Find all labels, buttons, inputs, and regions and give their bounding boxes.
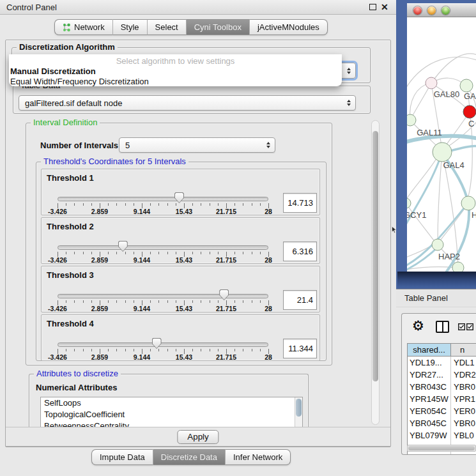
slider-track[interactable] (58, 294, 268, 298)
tick-mark (66, 252, 66, 254)
tick-mark (91, 252, 92, 254)
tab-impute-data[interactable]: Impute Data (91, 449, 153, 465)
network-node-label: GAL4 (443, 160, 464, 170)
column-header-name[interactable]: n (451, 344, 476, 356)
network-edge (443, 112, 470, 149)
network-node[interactable] (426, 77, 437, 89)
tick-mark (116, 300, 117, 303)
cell-shared-name[interactable]: YBR043C (408, 381, 451, 393)
threshold-value-field[interactable]: 6.316 (283, 242, 317, 261)
tab-discretize-data[interactable]: Discretize Data (153, 449, 226, 465)
table-row[interactable]: YBR043CYBR0 (407, 381, 476, 393)
slider-thumb[interactable] (118, 241, 128, 252)
control-panel-title: Control Panel (6, 3, 57, 12)
network-node[interactable] (463, 105, 476, 118)
cell-shared-name[interactable]: YDL19... (408, 357, 451, 369)
cell-name[interactable]: YPR1 (451, 393, 476, 405)
threshold-value-field[interactable]: 21.4 (283, 290, 317, 310)
tick-mark (252, 203, 252, 206)
tick-label: 15.43 (176, 208, 192, 215)
table-row[interactable]: YDL19...YDL1 (407, 357, 476, 369)
tick-mark (83, 252, 84, 254)
cell-shared-name[interactable]: YIL052C (408, 454, 451, 455)
slider-thumb[interactable] (152, 338, 162, 349)
apply-button[interactable]: Apply (177, 430, 219, 444)
network-node[interactable] (433, 142, 452, 162)
float-window-icon[interactable] (369, 4, 376, 10)
network-node[interactable] (407, 198, 411, 208)
zoom-traffic-light-icon[interactable] (441, 6, 450, 15)
tick-mark (150, 203, 151, 206)
algorithm-option-manual[interactable]: Manual Discretization (9, 66, 342, 76)
table-row[interactable]: YER054CYER0 (407, 405, 476, 417)
cell-name[interactable]: YER0 (451, 405, 476, 417)
cell-name[interactable]: YBR0 (451, 417, 476, 429)
table-row[interactable]: YBR045CYBR0 (407, 417, 476, 429)
network-canvas[interactable]: GAL80GAGAL11CGAL4GCY1HHAP2 (407, 17, 476, 272)
threshold-panel: Threshold 3 -3.4262.8599.14415.4321.7152… (41, 266, 320, 312)
table-hscrollbar[interactable] (407, 445, 476, 452)
table-hscrollbar-thumb[interactable] (408, 446, 475, 450)
apply-row: Apply (6, 427, 390, 447)
cell-name[interactable]: YDR2 (451, 369, 476, 381)
select-columns-icon[interactable] (458, 323, 473, 330)
tab-jactivemnodules[interactable]: jActiveMNodules (250, 19, 328, 35)
cell-name[interactable]: YDL1 (451, 357, 476, 369)
tick-mark (243, 252, 243, 254)
tab-cyni-toolbox[interactable]: Cyni Toolbox (187, 19, 250, 35)
cell-shared-name[interactable]: YBR045C (408, 417, 451, 429)
tab-network[interactable]: Network (54, 19, 113, 35)
threshold-value-field[interactable]: 11.344 (283, 339, 317, 358)
network-node[interactable] (407, 114, 416, 126)
minimize-traffic-light-icon[interactable] (427, 6, 436, 15)
network-node[interactable] (461, 196, 475, 210)
panel-scrollbar[interactable] (371, 120, 380, 425)
tick-label: 21.715 (216, 305, 236, 312)
slider-track[interactable] (58, 342, 268, 347)
cell-name[interactable]: YBL0 (451, 429, 476, 441)
close-icon[interactable]: ✕ (381, 2, 388, 12)
algorithm-option-equal-width[interactable]: Equal Width/Frequency Discretization (9, 77, 342, 86)
cell-shared-name[interactable]: YDR27... (408, 369, 451, 381)
attribute-list-item[interactable]: SelfLoops (41, 397, 302, 409)
tab-infer-network[interactable]: Infer Network (226, 449, 291, 465)
threshold-value-field[interactable]: 14.713 (283, 193, 317, 213)
tick-label: 21.715 (216, 208, 236, 215)
column-header-shared[interactable]: shared... (408, 344, 451, 356)
table-row[interactable]: YIL052CYIL0 (407, 454, 476, 455)
slider-track[interactable] (58, 197, 268, 201)
tick-mark (83, 349, 84, 351)
tick-mark (125, 349, 126, 351)
slider-thumb[interactable] (174, 192, 184, 203)
attribute-list-item[interactable]: TopologicalCoefficient (41, 409, 302, 420)
cell-name[interactable]: YIL0 (451, 454, 476, 455)
numerical-attributes-list[interactable]: SelfLoopsTopologicalCoefficientBetweenne… (40, 397, 303, 427)
cell-shared-name[interactable]: YER054C (408, 405, 451, 417)
table-row[interactable]: YBL079WYBL0 (407, 429, 476, 441)
number-of-intervals-select[interactable]: 5 (119, 137, 275, 153)
tab-style[interactable]: Style (113, 19, 148, 35)
network-node[interactable] (460, 79, 473, 92)
table-data-select[interactable]: galFiltered.sif default node (19, 95, 356, 111)
panel-scrollbar-thumb[interactable] (372, 131, 378, 381)
table-row[interactable]: YPR145WYPR1 (407, 393, 476, 405)
cell-shared-name[interactable]: YPR145W (408, 393, 451, 405)
network-node[interactable] (452, 262, 464, 272)
tick-label: 15.43 (176, 256, 192, 264)
split-columns-icon[interactable] (436, 321, 449, 333)
slider-thumb[interactable] (219, 289, 229, 300)
tick-mark (167, 349, 168, 351)
network-node-label: H (472, 210, 476, 220)
tick-mark (91, 349, 92, 351)
list-scrollbar[interactable] (295, 397, 302, 427)
table-row[interactable]: YDR27...YDR2 (407, 369, 476, 381)
network-node[interactable] (432, 239, 443, 250)
gear-icon[interactable]: ⚙ (412, 319, 424, 332)
slider-track[interactable] (58, 245, 268, 250)
close-traffic-light-icon[interactable] (413, 6, 422, 15)
cell-shared-name[interactable]: YBL079W (408, 429, 451, 441)
tick-mark (74, 349, 75, 351)
tick-mark (134, 300, 134, 303)
tab-select[interactable]: Select (148, 19, 187, 35)
cell-name[interactable]: YBR0 (451, 381, 476, 393)
